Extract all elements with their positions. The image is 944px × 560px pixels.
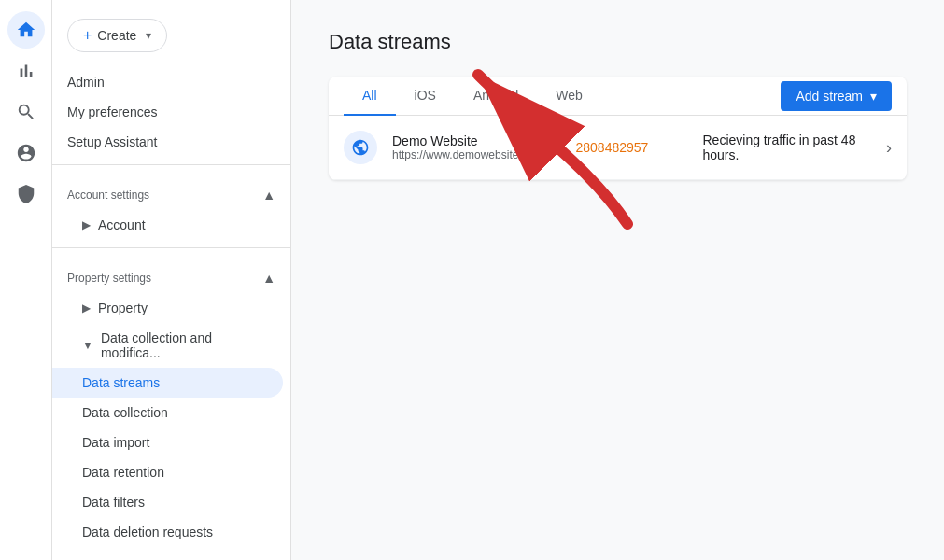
data-retention-label: Data retention	[82, 465, 164, 480]
stream-id: 2808482957	[576, 140, 688, 155]
create-button[interactable]: + Create ▾	[67, 19, 167, 52]
sidebar-item-preferences[interactable]: My preferences	[52, 97, 283, 127]
sidebar-item-data-deletion[interactable]: Data deletion requests	[52, 517, 283, 547]
magnify-icon[interactable]	[7, 93, 45, 131]
data-filters-label: Data filters	[82, 495, 145, 510]
data-import-label: Data import	[82, 435, 149, 450]
tab-ios[interactable]: iOS	[396, 77, 455, 116]
account-settings-chevron-icon: ▲	[262, 188, 275, 203]
sidebar-item-data-collection-sub[interactable]: Data collection	[52, 398, 283, 427]
stream-name: Demo Website	[392, 133, 561, 148]
property-label: Property	[98, 301, 148, 315]
sidebar-item-data-collection[interactable]: ▼ Data collection and modifica...	[52, 323, 283, 368]
add-stream-button[interactable]: Add stream ▾	[781, 81, 892, 111]
configure-icon[interactable]	[7, 175, 45, 213]
preferences-label: My preferences	[67, 105, 157, 119]
sidebar-item-admin[interactable]: Admin	[52, 67, 283, 97]
property-settings-header[interactable]: Property settings ▲	[52, 263, 290, 293]
analytics-icon[interactable]	[7, 52, 45, 90]
sidebar-item-account[interactable]: ▶ Account	[52, 210, 283, 240]
data-collection-label: Data collection and modifica...	[101, 330, 268, 360]
stream-row-chevron-icon: ›	[886, 138, 892, 158]
stream-url: https://www.demowebsite.c	[392, 148, 561, 161]
setup-label: Setup Assistant	[67, 134, 158, 149]
data-deletion-label: Data deletion requests	[82, 525, 213, 539]
stream-website-icon	[344, 131, 377, 164]
audience-icon[interactable]	[7, 134, 45, 172]
account-expand-icon: ▶	[82, 218, 91, 231]
plus-icon: +	[83, 27, 92, 44]
sidebar: + Create ▾ Admin My preferences Setup As…	[52, 0, 291, 560]
create-button-area: + Create ▾	[52, 11, 290, 67]
divider-1	[52, 164, 290, 165]
add-stream-label: Add stream	[796, 89, 863, 104]
sidebar-item-data-filters[interactable]: Data filters	[52, 487, 283, 517]
sidebar-item-property[interactable]: ▶ Property	[52, 293, 283, 323]
admin-label: Admin	[67, 75, 105, 90]
main-content: Data streams All iOS Android Web Add str…	[291, 0, 944, 560]
sidebar-item-data-import[interactable]: Data import	[52, 427, 283, 457]
sidebar-item-data-retention[interactable]: Data retention	[52, 457, 283, 487]
account-settings-label: Account settings	[67, 189, 149, 202]
property-settings-chevron-icon: ▲	[262, 271, 275, 286]
data-collection-sub-label: Data collection	[82, 405, 168, 420]
property-settings-label: Property settings	[67, 272, 151, 285]
stream-row[interactable]: Demo Website https://www.demowebsite.c 2…	[329, 116, 907, 180]
page-title: Data streams	[329, 30, 907, 54]
stream-info: Demo Website https://www.demowebsite.c	[392, 133, 561, 161]
tab-all[interactable]: All	[344, 77, 396, 116]
home-icon[interactable]	[7, 11, 45, 49]
icon-navigation	[0, 0, 52, 560]
tab-android[interactable]: Android	[455, 77, 537, 116]
account-settings-header[interactable]: Account settings ▲	[52, 180, 290, 210]
create-chevron-icon: ▾	[146, 29, 151, 42]
stream-status: Recieving traffic in past 48 hours.	[703, 133, 872, 162]
sidebar-item-data-streams[interactable]: Data streams	[52, 368, 283, 398]
account-label: Account	[98, 217, 146, 232]
divider-2	[52, 247, 290, 248]
create-label: Create	[97, 28, 136, 43]
tab-web[interactable]: Web	[537, 77, 601, 116]
add-stream-chevron-icon: ▾	[870, 89, 877, 104]
tabs-header: All iOS Android Web Add stream ▾	[329, 77, 907, 116]
data-streams-label: Data streams	[82, 375, 160, 390]
streams-table: All iOS Android Web Add stream ▾ Demo We…	[329, 77, 907, 180]
property-expand-icon: ▶	[82, 301, 91, 315]
data-collection-expand-icon: ▼	[82, 339, 93, 352]
sidebar-item-setup[interactable]: Setup Assistant	[52, 127, 283, 157]
